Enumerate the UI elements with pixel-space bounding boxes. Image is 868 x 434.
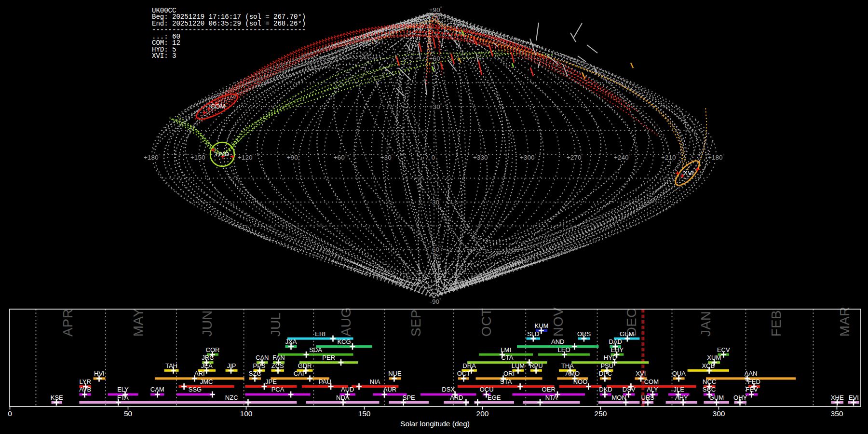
svg-text:50: 50 [124,409,133,418]
svg-text:150: 150 [358,409,371,418]
svg-text:100: 100 [240,409,253,418]
svg-text:COM: COM [644,378,659,385]
svg-text:NIA: NIA [370,378,380,385]
svg-text:KCG: KCG [337,338,351,345]
svg-text:MAY: MAY [131,308,146,337]
svg-text:ECV: ECV [717,346,730,353]
svg-text:OER: OER [542,386,556,393]
svg-text:LMI: LMI [501,346,511,353]
svg-text:JMC: JMC [200,378,213,385]
svg-text:DPC: DPC [599,370,612,377]
svg-text:+270°: +270° [567,153,583,161]
svg-text:JUN: JUN [200,310,215,337]
svg-text:JRC: JRC [202,354,214,361]
svg-text:XHE: XHE [831,394,844,401]
svg-text:CTA: CTA [501,354,513,361]
svg-text:DSV: DSV [623,386,636,393]
svg-text:0: 0 [8,409,12,418]
svg-text:JAN: JAN [698,311,713,337]
svg-text:CAM: CAM [150,386,164,393]
svg-text:200: 200 [476,409,489,418]
svg-text:ALY: ALY [647,386,658,393]
svg-text:NZC: NZC [225,394,238,401]
svg-text:JIP: JIP [227,362,236,369]
svg-text:JEA: JEA [201,362,213,369]
svg-text:HYD: HYD [216,150,230,158]
svg-text:RPU: RPU [529,362,542,369]
svg-text:AUD: AUD [341,386,354,393]
svg-text:DSX: DSX [442,386,455,393]
svg-text:ARI: ARI [194,370,205,377]
svg-text:+180°: +180° [144,153,160,161]
svg-text:QUA: QUA [672,370,686,377]
svg-text:Solar longitude (deg): Solar longitude (deg) [400,420,470,428]
svg-text:FTA: FTA [117,394,129,401]
svg-text:OCT: OCT [457,370,471,377]
svg-text:COM: COM [210,103,226,110]
svg-text:AVB: AVB [79,386,91,393]
svg-text:LUM: LUM [512,362,525,369]
svg-text:SSG: SSG [189,386,202,393]
svg-text:+180°: +180° [708,153,724,161]
svg-text:SEP: SEP [408,309,423,337]
svg-text:NUE: NUE [388,370,402,377]
svg-text:XUM: XUM [707,354,721,361]
svg-text:GDR: GDR [298,362,312,369]
svg-text:KUM: KUM [535,322,549,329]
svg-text:EVI: EVI [849,394,859,401]
svg-text:ZCS: ZCS [271,362,284,369]
svg-text:FAN: FAN [272,354,285,361]
svg-text:AUG: AUG [339,307,353,337]
svg-text:NCC: NCC [703,378,716,385]
svg-text:TAH: TAH [165,362,177,369]
svg-text:+60°: +60° [334,153,347,161]
svg-text:+30°: +30° [380,153,393,161]
svg-text:XVI: XVI [683,169,694,176]
svg-text:CAP: CAP [294,370,307,377]
svg-text:AHY: AHY [675,394,688,401]
svg-text:+90°: +90° [287,153,300,161]
svg-text:JXA: JXA [285,338,297,345]
svg-text:SZC: SZC [249,370,261,377]
svg-text:FEV: FEV [746,386,758,393]
svg-text:OCT: OCT [479,308,494,337]
svg-text:OCU: OCU [480,386,494,393]
svg-text:ELY: ELY [117,386,129,393]
svg-text:AAN: AAN [745,370,758,377]
svg-text:+120°: +120° [238,153,254,161]
svg-text:ORS: ORS [577,330,591,338]
svg-text:FEB: FEB [769,310,784,337]
svg-text:XVI: XVI [636,370,646,377]
svg-text:+210°: +210° [661,153,678,161]
svg-text:SDA: SDA [309,346,322,353]
svg-text:NOO: NOO [573,378,588,385]
svg-text:COR: COR [206,346,220,353]
svg-text:DAD: DAD [609,338,622,345]
svg-text:DKD: DKD [599,386,612,393]
svg-text:NTA: NTA [545,394,557,401]
svg-text:SLD: SLD [527,330,539,338]
svg-text:+240°: +240° [614,153,630,161]
svg-text:STA: STA [500,378,512,385]
svg-text:THA: THA [561,362,574,369]
svg-text:PAU: PAU [319,378,331,385]
svg-text:+30°: +30° [429,103,442,110]
svg-text:GUM: GUM [709,394,724,401]
svg-text:ERI: ERI [315,330,326,338]
svg-text:LEO: LEO [557,346,570,353]
svg-text:PPS: PPS [253,362,265,369]
svg-text:AMO: AMO [565,370,580,377]
svg-text:MAR: MAR [837,306,852,337]
svg-text:AND: AND [551,338,564,345]
svg-text:NDA: NDA [336,394,350,401]
svg-text:DRA: DRA [462,362,476,369]
svg-text:GEM: GEM [620,330,634,338]
svg-text:300: 300 [713,409,725,418]
svg-text:PCA: PCA [271,386,285,393]
svg-text:HYD: HYD [604,354,617,361]
svg-text:ARD: ARD [450,394,463,401]
svg-text:MON: MON [612,394,626,401]
svg-text:+60°: +60° [429,54,442,62]
svg-text:LYR: LYR [80,378,91,385]
svg-text:JPE: JPE [265,378,277,385]
